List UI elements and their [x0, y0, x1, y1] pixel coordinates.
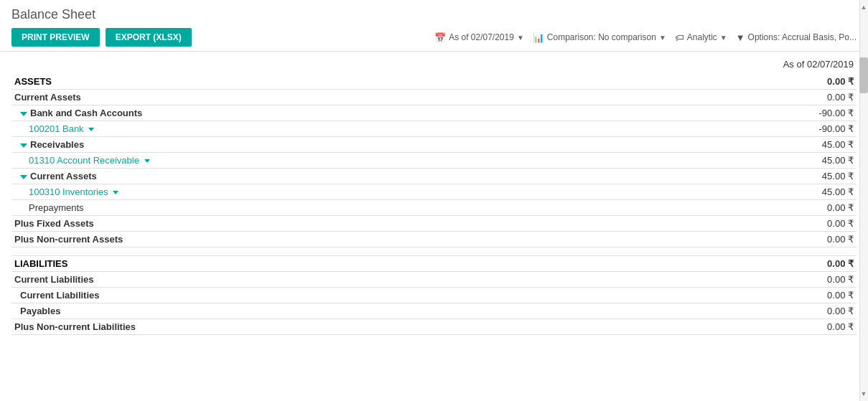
receivables-label: Receivables — [11, 137, 668, 153]
100310-inventories-dropdown[interactable] — [113, 191, 118, 194]
01310-ar-row: 01310 Account Receivable 45.00 ₹ — [11, 153, 857, 169]
prepayments-label: Prepayments — [11, 200, 668, 216]
receivables-value: 45.00 ₹ — [668, 137, 857, 153]
plus-noncurrent-liabilities-value: 0.00 ₹ — [668, 319, 857, 335]
100310-inventories-value: 45.00 ₹ — [668, 184, 857, 200]
scrollbar-track[interactable]: ▲ ▼ — [859, 0, 868, 401]
options-filter[interactable]: ▼ Options: Accrual Basis, Po... — [736, 32, 857, 43]
balance-sheet-table: ASSETS 0.00 ₹ Current Assets 0.00 ₹ Bank… — [11, 74, 857, 335]
01310-ar-value: 45.00 ₹ — [668, 153, 857, 169]
liabilities-value: 0.00 ₹ — [668, 256, 857, 272]
calendar-icon: 📅 — [434, 32, 446, 43]
print-preview-button[interactable]: PRINT PREVIEW — [11, 28, 100, 47]
100201-bank-dropdown[interactable] — [88, 128, 94, 131]
current-liabilities-1-label: Current Liabilities — [11, 272, 668, 288]
plus-fixed-assets-label: Plus Fixed Assets — [11, 216, 668, 232]
assets-value: 0.00 ₹ — [668, 74, 857, 90]
plus-noncurrent-liabilities-label: Plus Non-current Liabilities — [11, 319, 668, 335]
date-filter[interactable]: 📅 As of 02/07/2019 ▼ — [434, 32, 524, 43]
100310-inventories-link[interactable]: 100310 Inventories — [29, 187, 108, 197]
scrollbar-up-arrow[interactable]: ▲ — [860, 3, 867, 11]
export-xlsx-button[interactable]: EXPORT (XLSX) — [106, 28, 192, 47]
toolbar: PRINT PREVIEW EXPORT (XLSX) 📅 As of 02/0… — [11, 28, 857, 47]
comparison-filter[interactable]: 📊 Comparison: No comparison ▼ — [533, 32, 666, 43]
payables-value: 0.00 ₹ — [668, 303, 857, 319]
current-assets-2-label: Current Assets — [11, 169, 668, 184]
100201-bank-value: -90.00 ₹ — [668, 121, 857, 137]
comparison-filter-arrow: ▼ — [659, 34, 666, 42]
prepayments-row: Prepayments 0.00 ₹ — [11, 200, 857, 216]
page-title: Balance Sheet — [11, 7, 857, 22]
current-assets-value: 0.00 ₹ — [668, 90, 857, 105]
liabilities-section-header: LIABILITIES 0.00 ₹ — [11, 256, 857, 272]
current-liabilities-2-row: Current Liabilities 0.00 ₹ — [11, 288, 857, 303]
report-date-header: As of 02/07/2019 — [11, 52, 857, 74]
bank-cash-row[interactable]: Bank and Cash Accounts -90.00 ₹ — [11, 105, 857, 121]
plus-noncurrent-assets-value: 0.00 ₹ — [668, 232, 857, 247]
receivables-row[interactable]: Receivables 45.00 ₹ — [11, 137, 857, 153]
100310-inventories-label: 100310 Inventories — [11, 184, 668, 200]
page-header: Balance Sheet PRINT PREVIEW EXPORT (XLSX… — [0, 0, 868, 52]
spacer-row-1 — [11, 247, 857, 256]
bank-cash-label: Bank and Cash Accounts — [11, 105, 668, 121]
current-liabilities-1-value: 0.00 ₹ — [668, 272, 857, 288]
bank-cash-value: -90.00 ₹ — [668, 105, 857, 121]
current-liabilities-1-row: Current Liabilities 0.00 ₹ — [11, 272, 857, 288]
01310-ar-link[interactable]: 01310 Account Receivable — [29, 155, 139, 166]
options-filter-label: Options: Accrual Basis, Po... — [748, 32, 857, 42]
assets-label: ASSETS — [11, 74, 668, 90]
current-assets-row: Current Assets 0.00 ₹ — [11, 90, 857, 105]
liabilities-label: LIABILITIES — [11, 256, 668, 272]
current-assets-2-caret — [20, 175, 27, 179]
plus-fixed-assets-value: 0.00 ₹ — [668, 216, 857, 232]
plus-noncurrent-liabilities-row: Plus Non-current Liabilities 0.00 ₹ — [11, 319, 857, 335]
bar-icon: 📊 — [533, 32, 544, 43]
receivables-caret — [20, 143, 27, 148]
date-filter-arrow: ▼ — [517, 34, 524, 42]
current-liabilities-2-label: Current Liabilities — [11, 288, 668, 303]
prepayments-value: 0.00 ₹ — [668, 200, 857, 216]
date-filter-label: As of 02/07/2019 — [449, 32, 514, 42]
100201-bank-label: 100201 Bank — [11, 121, 668, 137]
plus-fixed-assets-row: Plus Fixed Assets 0.00 ₹ — [11, 216, 857, 232]
01310-ar-dropdown[interactable] — [144, 159, 150, 163]
assets-section-header: ASSETS 0.00 ₹ — [11, 74, 857, 90]
report-area: As of 02/07/2019 ASSETS 0.00 ₹ Current A… — [0, 52, 868, 388]
100310-inventories-row: 100310 Inventories 45.00 ₹ — [11, 184, 857, 200]
scrollbar-down-arrow[interactable]: ▼ — [860, 390, 867, 398]
100201-bank-row: 100201 Bank -90.00 ₹ — [11, 121, 857, 137]
comparison-filter-label: Comparison: No comparison — [547, 32, 656, 42]
payables-row: Payables 0.00 ₹ — [11, 303, 857, 319]
scrollbar-thumb[interactable] — [859, 57, 868, 93]
toolbar-filters: 📅 As of 02/07/2019 ▼ 📊 Comparison: No co… — [434, 32, 857, 43]
analytic-filter[interactable]: 🏷 Analytic ▼ — [675, 32, 727, 43]
01310-ar-label: 01310 Account Receivable — [11, 153, 668, 169]
analytic-filter-label: Analytic — [687, 32, 717, 42]
payables-label: Payables — [11, 303, 668, 319]
plus-noncurrent-assets-label: Plus Non-current Assets — [11, 232, 668, 247]
analytic-filter-arrow: ▼ — [720, 34, 727, 42]
plus-noncurrent-assets-row: Plus Non-current Assets 0.00 ₹ — [11, 232, 857, 247]
filter-icon: ▼ — [736, 32, 745, 43]
bank-cash-caret — [20, 112, 27, 116]
100201-bank-link[interactable]: 100201 Bank — [29, 123, 84, 134]
current-assets-2-value: 45.00 ₹ — [668, 169, 857, 184]
current-liabilities-2-value: 0.00 ₹ — [668, 288, 857, 303]
current-assets-2-row[interactable]: Current Assets 45.00 ₹ — [11, 169, 857, 184]
current-assets-label: Current Assets — [11, 90, 668, 105]
tag-icon: 🏷 — [675, 32, 684, 43]
